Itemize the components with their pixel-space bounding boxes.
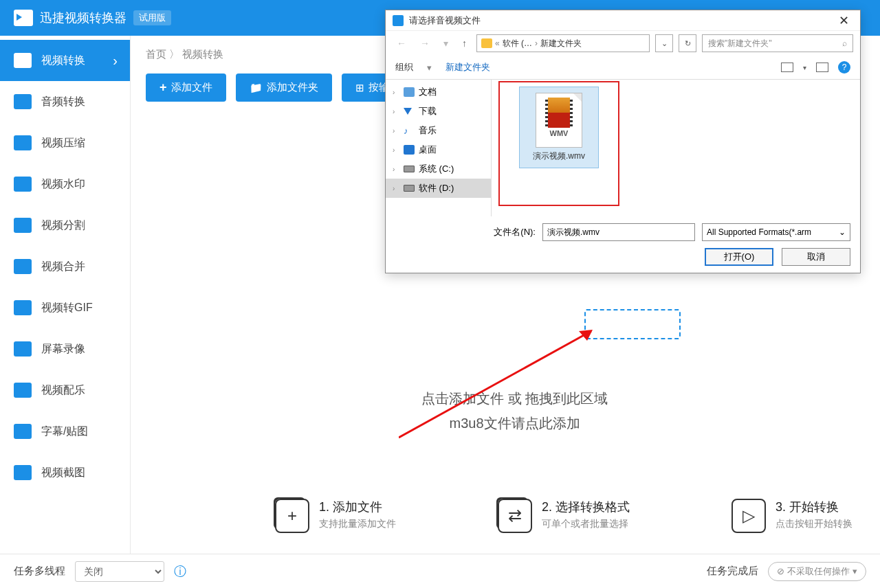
new-folder-button[interactable]: 新建文件夹 (446, 61, 490, 74)
sidebar-item-video-gif[interactable]: 视频转GIF (0, 287, 130, 328)
nav-forward-icon[interactable]: → (416, 35, 434, 52)
file-list[interactable]: WMV 演示视频.wmv (492, 80, 860, 216)
tree-downloads[interactable]: ›下载 (386, 102, 491, 121)
sidebar-item-video-music[interactable]: 视频配乐 (0, 370, 130, 411)
sidebar-item-label: 视频分割 (41, 218, 85, 233)
tree-music[interactable]: ›♪音乐 (386, 121, 491, 140)
folder-tree: ›文档 ›下载 ›♪音乐 ›桌面 ›系统 (C:) ›软件 (D:) (386, 80, 492, 216)
sidebar-item-watermark[interactable]: 视频水印 (0, 163, 130, 205)
threads-label: 任务多线程 (14, 565, 65, 578)
search-icon: ⌕ (842, 38, 847, 48)
nav-back-icon[interactable]: ← (393, 35, 410, 52)
after-label: 任务完成后 (707, 565, 758, 578)
tree-drive-c[interactable]: ›系统 (C:) (386, 159, 491, 179)
sidebar-item-label: 视频截图 (41, 466, 85, 480)
breadcrumb-current: 视频转换 (182, 48, 223, 60)
video-gif-icon (14, 300, 32, 315)
refresh-button[interactable]: ↻ (679, 34, 696, 52)
filter-text: All Supported Formats(*.arm (707, 227, 811, 237)
tree-label: 下载 (419, 105, 437, 117)
video-music-icon (14, 383, 32, 398)
app-logo-icon (14, 10, 33, 26)
desktop-icon (404, 145, 415, 155)
tree-label: 文档 (419, 86, 437, 98)
sidebar-item-label: 视频压缩 (41, 136, 85, 150)
video-split-icon (14, 218, 32, 233)
add-folder-button[interactable]: 添加文件夹 (236, 74, 332, 102)
footer: 任务多线程 关闭 ⓘ 任务完成后 ⊘不采取任何操作▾ (0, 554, 880, 588)
threads-select[interactable]: 关闭 (75, 561, 164, 582)
search-placeholder: 搜索"新建文件夹" (708, 38, 772, 49)
sidebar-item-label: 视频配乐 (41, 383, 85, 398)
sidebar-item-label: 字幕/贴图 (41, 425, 88, 439)
tree-drive-d[interactable]: ›软件 (D:) (386, 179, 491, 198)
cancel-button[interactable]: 取消 (782, 248, 850, 266)
nav-recent-icon[interactable]: ▾ (439, 35, 452, 52)
step-desc: 点击按钮开始转换 (776, 518, 852, 530)
sidebar-item-audio-convert[interactable]: 音频转换 (0, 81, 130, 122)
step-title: 3. 开始转换 (776, 499, 852, 515)
drive-icon (404, 185, 415, 192)
filetype-filter-select[interactable]: All Supported Formats(*.arm⌄ (702, 223, 850, 241)
step-3: ▷ 3. 开始转换点击按钮开始转换 (732, 499, 852, 533)
video-compress-icon (14, 135, 32, 150)
sidebar-item-label: 视频合并 (41, 260, 85, 274)
sidebar-item-subtitle[interactable]: 字幕/贴图 (0, 411, 130, 452)
sidebar-item-screen-record[interactable]: 屏幕录像 (0, 328, 130, 370)
sidebar-item-label: 视频水印 (41, 177, 85, 192)
view-mode-icon[interactable] (781, 63, 793, 72)
organize-menu[interactable]: 组织 (395, 61, 413, 74)
tree-documents[interactable]: ›文档 (386, 82, 491, 102)
tree-label: 桌面 (419, 144, 437, 156)
search-input[interactable]: 搜索"新建文件夹"⌕ (702, 34, 853, 52)
tree-label: 系统 (C:) (419, 163, 454, 175)
dropzone-text: 点击添加文件 或 拖拽到此区域 m3u8文件请点此添加 (421, 386, 608, 436)
dropzone-line1: 点击添加文件 或 拖拽到此区域 (421, 386, 608, 411)
path-breadcrumb[interactable]: « 软件 (… › 新建文件夹 (476, 34, 650, 52)
open-button[interactable]: 打开(O) (705, 248, 773, 266)
tree-label: 软件 (D:) (419, 182, 454, 194)
sidebar-item-video-merge[interactable]: 视频合并 (0, 246, 130, 287)
path-segment[interactable]: 新建文件夹 (540, 38, 582, 49)
preview-pane-icon[interactable] (816, 63, 828, 72)
app-title: 迅捷视频转换器 (40, 10, 126, 26)
dialog-footer: 文件名(N): All Supported Formats(*.arm⌄ 打开(… (386, 216, 860, 273)
audio-convert-icon (14, 94, 32, 109)
sidebar-item-label: 视频转换 (41, 54, 85, 68)
sidebar-item-video-convert[interactable]: 视频转换 (0, 40, 130, 81)
dialog-app-icon (393, 15, 404, 26)
tree-desktop[interactable]: ›桌面 (386, 140, 491, 159)
dropzone[interactable] (584, 309, 681, 339)
nav-up-icon[interactable]: ↑ (458, 35, 471, 52)
breadcrumb-home[interactable]: 首页 (146, 48, 166, 60)
path-dropdown-icon[interactable]: ⌄ (655, 34, 673, 52)
sidebar-item-video-compress[interactable]: 视频压缩 (0, 122, 130, 163)
filename-input[interactable] (542, 223, 695, 241)
steps: + 1. 添加文件支持批量添加文件 ⇄ 2. 选择转换格式可单个或者批量选择 ▷… (275, 499, 852, 533)
dialog-title: 请选择音视频文件 (409, 14, 835, 27)
video-convert-icon (14, 53, 32, 68)
dialog-titlebar[interactable]: 请选择音视频文件 ✕ (386, 10, 860, 31)
sidebar-item-video-split[interactable]: 视频分割 (0, 205, 130, 246)
after-value: 不采取任何操作 (787, 565, 850, 578)
screen-record-icon (14, 341, 32, 357)
add-file-button[interactable]: 添加文件 (146, 74, 226, 102)
dialog-nav: ← → ▾ ↑ « 软件 (… › 新建文件夹 ⌄ ↻ 搜索"新建文件夹"⌕ (386, 31, 860, 56)
folder-icon (481, 38, 492, 48)
info-icon[interactable]: ⓘ (174, 563, 186, 580)
dropzone-line2[interactable]: m3u8文件请点此添加 (421, 411, 608, 436)
sidebar-item-screenshot[interactable]: 视频截图 (0, 452, 130, 493)
help-icon[interactable]: ? (838, 61, 850, 74)
after-action-select[interactable]: ⊘不采取任何操作▾ (768, 562, 866, 581)
close-button[interactable]: ✕ (835, 13, 853, 28)
subtitle-icon (14, 424, 32, 439)
music-icon: ♪ (404, 126, 415, 135)
trial-badge: 试用版 (133, 10, 171, 25)
video-merge-icon (14, 259, 32, 274)
file-ext-label: WMV (536, 129, 582, 137)
dialog-toolbar: 组织▾ 新建文件夹 ▾ ? (386, 56, 860, 79)
path-segment[interactable]: 软件 (… (503, 38, 532, 49)
filename-label: 文件名(N): (494, 226, 536, 238)
step-desc: 支持批量添加文件 (319, 518, 396, 530)
step-2: ⇄ 2. 选择转换格式可单个或者批量选择 (498, 499, 630, 533)
